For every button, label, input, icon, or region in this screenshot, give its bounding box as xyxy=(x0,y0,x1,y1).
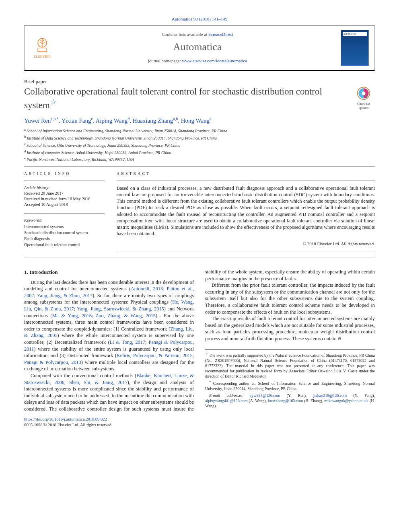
banner-center: Contents lists available at ScienceDirec… xyxy=(60,31,335,64)
email-link[interactable]: aipingwang401@126.com xyxy=(205,398,248,403)
author[interactable]: Hong Wang xyxy=(181,117,210,124)
citation-ref[interactable]: Shen, Shi, & Jiang, 2017 xyxy=(69,380,128,385)
divider xyxy=(24,257,375,257)
abstract-heading: ABSTRACT xyxy=(117,171,375,177)
email-link[interactable]: huaxzhang@163.com xyxy=(268,398,303,403)
keywords-block: Keywords: Interconnected systems Stochas… xyxy=(24,218,105,248)
received-date: Received 28 June 2017 xyxy=(24,191,105,196)
elsevier-logo: ELSEVIER xyxy=(30,34,54,62)
history-label: Article history: xyxy=(24,185,105,191)
affiliation: aSchool of Information Science and Engin… xyxy=(24,127,375,134)
check-updates-label: Check for updates xyxy=(352,102,375,111)
corresponding-footnote: * Corresponding author at: School of Inf… xyxy=(205,380,375,391)
sciencedirect-link[interactable]: ScienceDirect xyxy=(208,32,233,37)
email-link[interactable]: jiahao218@126.com xyxy=(313,393,347,398)
journal-cover-thumb: automatica xyxy=(341,30,369,66)
authors-line: Yuwei Rena,b,*, Yixian Fangc, Aiping Wan… xyxy=(24,116,375,125)
issn-copyright: 0005-1098/© 2018 Elsevier Ltd. All right… xyxy=(24,423,113,427)
citation-ref[interactable]: Antonelli, 2013 xyxy=(131,286,163,292)
email-link[interactable]: ryw923@126.com xyxy=(250,393,280,398)
body-text: 1. Introduction During the last decades … xyxy=(24,269,375,412)
citation-ref[interactable]: Yang, Jiang, Staroswiecki, & Zhang, 2015 xyxy=(77,306,164,312)
affiliation: dInstitute of computer Science, Anhui Un… xyxy=(24,149,375,156)
affiliation: bInstitute of Data Science and Technolog… xyxy=(24,134,375,141)
journal-banner: ELSEVIER Contents lists available at Sci… xyxy=(24,25,375,71)
footnotes: ☆ The work was partially supported by th… xyxy=(205,349,375,409)
journal-homepage-line: journal homepage: www.elsevier.com/locat… xyxy=(60,58,335,64)
abstract-column: ABSTRACT Based on a class of industrial … xyxy=(117,171,375,255)
affiliations: aSchool of Information Science and Engin… xyxy=(24,127,375,162)
citation-link[interactable]: Automatica 98 (2018) 141–149 xyxy=(172,16,227,21)
author[interactable]: Aiping Wang xyxy=(96,117,128,124)
article-info-heading: ARTICLE INFO xyxy=(24,171,105,177)
contents-lists-line: Contents lists available at ScienceDirec… xyxy=(60,31,335,37)
author[interactable]: Huaxiang Zhang xyxy=(133,117,173,124)
funding-footnote: ☆ The work was partially supported by th… xyxy=(205,352,375,379)
affiliation: ePacific Northwest National Laboratory, … xyxy=(24,156,375,162)
journal-homepage-link[interactable]: www.elsevier.com/locate/automatica xyxy=(182,58,247,63)
divider xyxy=(24,181,105,181)
paragraph: The existing results of fault tolerant c… xyxy=(205,315,375,342)
paragraph: During the last decades there has been c… xyxy=(24,279,194,372)
paper-title: Collaborative operational fault tolerant… xyxy=(24,86,344,111)
keywords-label: Keywords: xyxy=(24,218,105,223)
divider xyxy=(117,251,375,251)
keyword: Operational fault tolerant control xyxy=(24,242,105,248)
keyword: Interconnected systems xyxy=(24,224,105,230)
author[interactable]: Yuwei Ren xyxy=(24,117,51,124)
citation-ref[interactable]: Zuo, Zhang, & Wang, 2015 xyxy=(96,313,156,318)
email-label: E-mail addresses: xyxy=(209,393,250,398)
title-footnote-star: ☆ xyxy=(50,98,57,106)
elsevier-tree-icon xyxy=(33,37,51,54)
section-heading: 1. Introduction xyxy=(24,269,194,276)
citation-ref[interactable]: Keliris, Polycarpou, & Parisini, 2015 xyxy=(117,353,193,358)
article-history: Article history: Received 28 June 2017 R… xyxy=(24,185,105,208)
section-label: Brief paper xyxy=(24,78,375,85)
doi-link[interactable]: https://doi.org/10.1016/j.automatica.201… xyxy=(24,417,107,421)
svg-rect-1 xyxy=(38,48,47,51)
article-info-column: ARTICLE INFO Article history: Received 2… xyxy=(24,171,105,255)
elsevier-label: ELSEVIER xyxy=(34,54,51,59)
abstract-text: Based on a class of industrial processes… xyxy=(117,185,375,237)
email-link[interactable]: mikewanguk@yahoo.co.uk xyxy=(324,398,368,403)
abstract-copyright: © 2018 Elsevier Ltd. All rights reserved… xyxy=(117,241,375,247)
divider xyxy=(24,166,375,167)
revised-date: Received in revised form 16 May 2018 xyxy=(24,196,105,202)
author[interactable]: Yixian Fang xyxy=(62,117,91,124)
doi-block: https://doi.org/10.1016/j.automatica.201… xyxy=(24,417,375,428)
divider xyxy=(24,213,105,214)
divider xyxy=(117,181,375,181)
email-footnote: E-mail addresses: ryw923@126.com (Y. Ren… xyxy=(205,393,375,409)
affiliation: cSchool of Science, Qilu University of T… xyxy=(24,142,375,148)
check-updates-badge[interactable]: Check for updates xyxy=(352,86,375,111)
citation-ref[interactable]: Panagi & Polycarpou, 2013 xyxy=(24,359,81,365)
check-updates-icon xyxy=(356,86,371,101)
citation-ref[interactable]: Li & Tong, 2017 xyxy=(109,339,145,345)
cover-title: automatica xyxy=(343,32,367,36)
keyword: Stochastic distribution control system xyxy=(24,230,105,236)
journal-name: Automatica xyxy=(60,40,335,54)
paragraph: Different from the prior fault tolerant … xyxy=(205,282,375,315)
accepted-date: Accepted 10 August 2018 xyxy=(24,202,105,207)
svg-point-3 xyxy=(362,91,366,95)
citation-ref[interactable]: Ma & Yang, 2016 xyxy=(52,313,91,318)
citation-line: Automatica 98 (2018) 141–149 xyxy=(24,16,375,22)
keyword: Fault diagnosis xyxy=(24,236,105,242)
citation-ref[interactable]: Yang, Jiang, & Zhou, 2017 xyxy=(37,293,93,298)
